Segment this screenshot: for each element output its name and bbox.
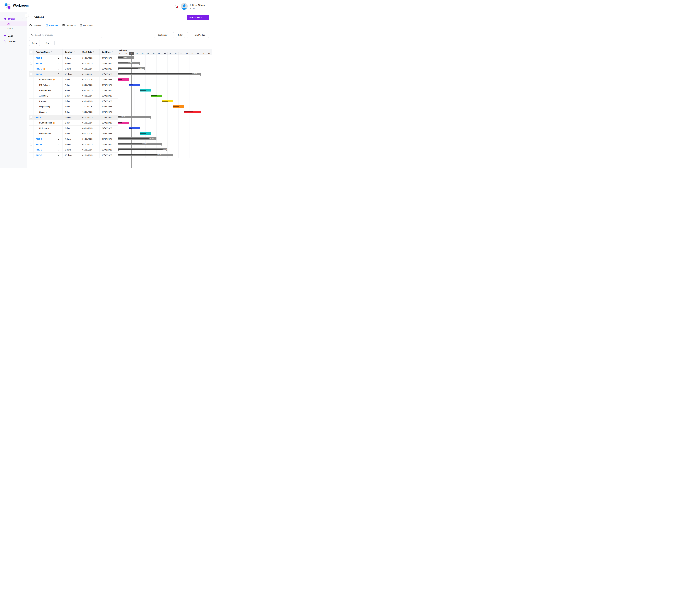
chevron-down-icon[interactable]: ⌄ [58,68,59,70]
product-link[interactable]: PRD-4 [36,73,42,75]
row-checkbox-cell [29,136,33,142]
row-checkbox-cell [29,115,33,120]
product-link[interactable]: PRD-8 [36,149,42,151]
timeline-day-cell: 03 [129,52,134,55]
sidebar-item-all[interactable]: All [0,21,26,26]
gantt-summary-bar[interactable]: 90% [118,148,167,150]
product-link[interactable]: PRD-9 [36,154,42,156]
row-checkbox[interactable] [30,138,32,140]
search-box [29,32,102,38]
product-name-cell: BOM Release [33,77,63,82]
tab-products[interactable]: Products [46,23,58,28]
gantt-task-bar[interactable] [129,127,140,129]
gantt-task-bar[interactable] [140,89,151,91]
chevron-down-icon[interactable]: ⌄ [58,149,59,151]
timescale-dropdown[interactable]: Day ⌄ [43,40,55,46]
chevron-down-icon[interactable]: ⌄ [58,62,59,64]
start-date-cell: 01/02/2025 [80,77,99,82]
filter-button[interactable]: Filter [176,32,185,38]
today-button[interactable]: Today [29,40,40,46]
notification-bell-icon[interactable] [174,4,178,8]
gantt-summary-bar[interactable]: 70% [118,154,173,156]
main-content: ← ORD-01 INPROGRESS ⌄ Overview Products [27,12,212,168]
column-header-end-date[interactable]: End Date▲▼ [99,49,118,55]
sidebar-item-label: Jobs [8,35,13,37]
product-link[interactable]: PRD-1 [36,57,42,59]
search-input[interactable] [35,34,98,36]
timeline-day-cell: 08 [156,52,162,55]
gantt-summary-bar[interactable]: 10% [118,116,151,118]
start-date-cell: 01/02/2025 [80,61,99,66]
row-checkbox-cell [29,77,33,82]
gantt-summary-bar[interactable]: 30% [118,57,134,59]
row-checkbox[interactable] [30,73,32,75]
sidebar-item-orders[interactable]: Orders ⌃ [0,17,26,21]
chevron-down-icon[interactable]: ⌄ [58,57,59,59]
duration-cell: 15 days [63,72,80,77]
tab-comments[interactable]: Comments [62,23,76,28]
row-checkbox[interactable] [30,154,32,156]
column-header-duration[interactable]: Duration▲▼ [63,49,80,55]
gantt-summary-bar[interactable]: 80% [118,137,156,140]
chevron-down-icon[interactable]: ⌄ [58,143,59,145]
sidebar-item-reports[interactable]: Reports [0,39,26,44]
back-arrow-icon[interactable]: ← [29,16,32,19]
gantt-task-bar[interactable] [173,105,184,108]
tab-documents[interactable]: Documents [80,23,94,28]
product-name-cell: PRD-7⌄ [33,142,63,147]
chevron-up-icon[interactable]: ⌃ [58,73,59,75]
gantt-summary-bar[interactable]: 75% [118,67,145,69]
gantt-task-bar[interactable] [184,111,201,113]
duration-cell: 2 day [63,98,80,104]
product-link[interactable]: PRD-7 [36,143,42,146]
documents-icon [80,24,82,26]
delay-stopwatch-icon [53,79,55,81]
gantt-task-bar[interactable] [129,84,140,86]
gantt-summary-bar[interactable]: 50% [118,62,140,64]
gantt-task-bar[interactable] [140,132,151,135]
product-name-cell: Shipping [33,109,63,115]
product-link[interactable]: PRD-2 [36,62,42,65]
gantt-task-bar[interactable] [162,100,173,102]
product-link[interactable]: PRD-6 [36,138,42,140]
sidebar-collapse-button[interactable]: ‹ [25,14,29,17]
chevron-down-icon[interactable]: ⌄ [58,154,59,156]
start-date-cell: 05/02/2025 [80,131,99,136]
row-checkbox-cell [29,109,33,115]
end-date-cell: 02/02/2025 [99,120,118,126]
row-checkbox[interactable] [30,116,32,119]
status-button[interactable]: INPROGRESS ⌄ [187,15,209,20]
chevron-down-icon[interactable]: ⌄ [204,16,209,18]
sort-icon[interactable]: ▲▼ [74,51,75,53]
gantt-task-bar[interactable] [118,122,129,124]
avatar[interactable] [181,3,188,10]
avatar-body [182,8,187,10]
tab-overview[interactable]: Overview [29,23,42,28]
gantt-task-bar[interactable] [151,95,162,97]
row-checkbox[interactable] [30,143,32,146]
end-date-cell: 04/02/2025 [99,82,118,88]
sort-icon[interactable]: ▲▼ [51,51,52,53]
sidebar-item-jobs[interactable]: Jobs [0,33,26,38]
row-checkbox[interactable] [30,57,32,59]
chevron-down-icon[interactable]: ⌄ [58,138,59,140]
row-checkbox[interactable] [30,149,32,151]
select-all-checkbox[interactable] [30,51,32,53]
new-product-button[interactable]: + New Product [187,32,209,38]
column-header-product-name[interactable]: Product Name▲▼ [33,49,63,55]
gantt-progress-label: 10% [122,116,126,118]
sidebar-item-label: Reports [8,41,16,43]
row-checkbox[interactable] [30,68,32,70]
sort-icon[interactable]: ▲▼ [111,51,113,53]
product-link[interactable]: PRD-5 [36,116,42,119]
row-checkbox[interactable] [30,62,32,65]
chevron-up-icon[interactable]: ⌃ [58,117,59,119]
gantt-view-dropdown[interactable]: Gantt View ⌄ [154,32,174,38]
column-header-start-date[interactable]: Start Date▲▼ [80,49,99,55]
gantt-summary-bar[interactable]: 60% [118,143,162,145]
product-link[interactable]: PRD-3 [36,68,42,70]
sort-icon[interactable]: ▲▼ [93,51,94,53]
sidebar-item-drafts[interactable]: Drafts [0,26,26,31]
gantt-summary-bar[interactable]: 40% [118,73,201,75]
gantt-task-bar[interactable] [118,78,129,81]
